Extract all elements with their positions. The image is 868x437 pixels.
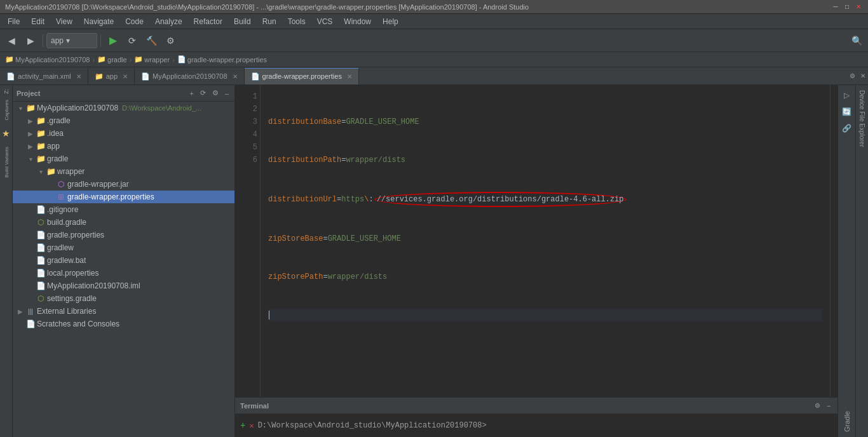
terminal-title: Terminal — [240, 402, 269, 410]
panel-add-btn[interactable]: + — [187, 89, 195, 98]
menu-navigate[interactable]: Navigate — [79, 16, 119, 27]
terminal-minimize-btn[interactable]: – — [825, 401, 832, 410]
line-numbers: 1 2 3 4 5 6 — [235, 85, 261, 397]
tab-icon-gradle-wrapper: 📄 — [251, 72, 260, 81]
device-explorer-label[interactable]: Device File Explorer — [857, 85, 867, 152]
tree-item-gradlew-bat[interactable]: ▶ 📄 gradlew.bat — [13, 254, 234, 267]
breadcrumb-project[interactable]: MyApplication20190708 — [15, 56, 90, 64]
sync-button[interactable]: ⟳ — [123, 32, 141, 50]
tab-close-app[interactable]: ✕ — [123, 73, 128, 80]
menu-tools[interactable]: Tools — [283, 16, 311, 27]
wrapper-jar-icon: ⬡ — [56, 179, 66, 189]
tree-item-wrapper-props[interactable]: ▶ ⊞ gradle-wrapper.properties — [13, 191, 234, 203]
menu-vcs[interactable]: VCS — [312, 16, 338, 27]
tree-item-external-libs[interactable]: ▶ ||| External Libraries — [13, 305, 234, 318]
build-button[interactable]: 🔨 — [142, 32, 160, 50]
tab-app[interactable]: 📁 app ✕ — [88, 68, 135, 84]
breadcrumb-icon4: 📄 — [177, 55, 186, 64]
gradle-panel-label[interactable]: Gradle — [841, 406, 853, 437]
panel-settings-btn[interactable]: ⚙ — [210, 88, 220, 98]
activity-favorites[interactable]: ★ — [1, 123, 12, 144]
external-libs-toggle[interactable]: ▶ — [15, 306, 25, 316]
breadcrumb-file[interactable]: gradle-wrapper.properties — [187, 56, 267, 64]
close-button[interactable]: ✕ — [854, 3, 863, 11]
panel-minimize-btn[interactable]: – — [223, 89, 231, 98]
menu-code[interactable]: Code — [120, 16, 149, 27]
activity-structure[interactable]: Z: — [1, 86, 12, 97]
back-button[interactable]: ◀ — [3, 32, 20, 50]
wrapper-icon: 📁 — [46, 166, 56, 177]
tree-item-wrapper[interactable]: ▾ 📁 wrapper — [13, 165, 234, 178]
terminal-settings-btn[interactable]: ⚙ — [813, 401, 822, 410]
tree-item-gradle-dir[interactable]: ▾ 📁 gradle — [13, 152, 234, 165]
activity-captures[interactable]: Captures — [1, 97, 12, 123]
tab-close-myapp[interactable]: ✕ — [233, 73, 238, 80]
device-explorer-panel: Device File Explorer — [855, 85, 868, 437]
gradle-dir-icon: 📁 — [36, 154, 46, 164]
run-config-selector[interactable]: app ▾ — [46, 33, 97, 48]
tree-item-idea[interactable]: ▶ 📁 .idea — [13, 127, 234, 140]
tree-item-wrapper-jar[interactable]: ▶ ⬡ gradle-wrapper.jar — [13, 178, 234, 191]
gradle-sync-btn[interactable]: 🔄 — [839, 104, 855, 119]
app-toggle[interactable]: ▶ — [25, 141, 36, 151]
idea-toggle[interactable]: ▶ — [25, 128, 36, 138]
tree-item-app[interactable]: ▶ 📁 app — [13, 140, 234, 152]
tab-close-activity-main[interactable]: ✕ — [76, 73, 81, 80]
panel-sync-btn[interactable]: ⟳ — [198, 88, 208, 98]
tree-root[interactable]: ▾ 📁 MyApplication20190708 D:\Workspace\A… — [13, 102, 234, 114]
menu-run[interactable]: Run — [257, 16, 281, 27]
settings-button[interactable]: ⚙ — [161, 32, 179, 50]
gradle-dir-toggle[interactable]: ▾ — [25, 154, 36, 164]
menu-analyze[interactable]: Analyze — [150, 16, 187, 27]
menu-window[interactable]: Window — [339, 16, 376, 27]
tab-label-gradle-wrapper: gradle-wrapper.properties — [262, 72, 342, 80]
tree-item-gradlew[interactable]: ▶ 📄 gradlew — [13, 241, 234, 254]
wrapper-toggle[interactable]: ▾ — [36, 166, 46, 177]
terminal-close-icon[interactable]: ✕ — [249, 421, 254, 431]
tree-item-gradle-props[interactable]: ▶ 📄 gradle.properties — [13, 229, 234, 241]
code-editor[interactable]: distributionBase=GRADLE_USER_HOME distri… — [261, 85, 830, 397]
menu-build[interactable]: Build — [229, 16, 256, 27]
minimize-button[interactable]: ─ — [831, 3, 840, 11]
run-button[interactable]: ▶ — [104, 32, 122, 50]
tree-item-scratches[interactable]: ▶ 📄 Scratches and Consoles — [13, 318, 234, 330]
tab-panel-close[interactable]: ✕ — [858, 71, 868, 81]
tree-item-local-props[interactable]: ▶ 📄 local.properties — [13, 267, 234, 279]
tab-myapp[interactable]: 📄 MyApplication20190708 ✕ — [135, 68, 244, 84]
code-line-1: distributionBase=GRADLE_USER_HOME — [268, 116, 822, 128]
project-tree[interactable]: ▾ 📁 MyApplication20190708 D:\Workspace\A… — [13, 102, 234, 437]
gradle-hidden-toggle[interactable]: ▶ — [25, 116, 36, 126]
tree-item-build-gradle[interactable]: ▶ ⬡ build.gradle — [13, 216, 234, 229]
tab-panel-settings[interactable]: ⚙ — [847, 71, 858, 81]
menu-view[interactable]: View — [51, 16, 78, 27]
breadcrumb-wrapper[interactable]: wrapper — [144, 56, 170, 64]
gradle-expand-btn[interactable]: ▷ — [839, 88, 855, 103]
editor-area: 1 2 3 4 5 6 distributionBase=GRADLE_USER… — [235, 85, 837, 437]
project-panel-title: Project — [17, 90, 185, 97]
gradlew-bat-icon: 📄 — [36, 255, 46, 266]
tree-item-settings-gradle[interactable]: ▶ ⬡ settings.gradle — [13, 292, 234, 305]
tab-label-app: app — [106, 72, 118, 80]
menu-file[interactable]: File — [3, 16, 25, 27]
gradlew-label: gradlew — [47, 243, 74, 252]
menu-help[interactable]: Help — [377, 16, 403, 27]
line-num-2: 2 — [238, 103, 257, 116]
tab-activity-main[interactable]: 📄 activity_main.xml ✕ — [0, 68, 88, 84]
tree-item-iml[interactable]: ▶ 📄 MyApplication20190708.iml — [13, 279, 234, 292]
root-toggle[interactable]: ▾ — [15, 103, 25, 113]
tab-close-gradle-wrapper[interactable]: ✕ — [347, 73, 352, 80]
tree-item-gitignore[interactable]: ▶ 📄 .gitignore — [13, 203, 234, 216]
project-panel-header: Project + ⟳ ⚙ – — [13, 85, 234, 102]
terminal-add-icon[interactable]: + — [240, 420, 245, 431]
line-num-6: 6 — [238, 154, 257, 166]
tab-gradle-wrapper-props[interactable]: 📄 gradle-wrapper.properties ✕ — [245, 68, 359, 84]
forward-button[interactable]: ▶ — [22, 32, 39, 50]
menu-edit[interactable]: Edit — [26, 16, 50, 27]
search-button[interactable]: 🔍 — [848, 32, 865, 50]
breadcrumb-gradle[interactable]: gradle — [107, 56, 127, 64]
activity-build-variants[interactable]: Build Variants — [1, 144, 12, 180]
gradle-link-btn[interactable]: 🔗 — [839, 121, 855, 136]
maximize-button[interactable]: □ — [843, 3, 851, 11]
menu-refactor[interactable]: Refactor — [189, 16, 227, 27]
tree-item-gradle-hidden[interactable]: ▶ 📁 .gradle — [13, 114, 234, 127]
